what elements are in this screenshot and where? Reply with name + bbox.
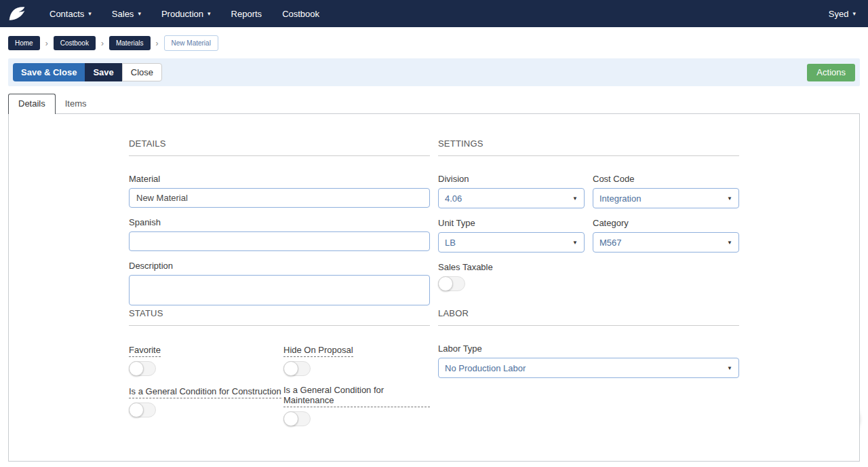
favorite-toggle[interactable] [129,361,156,376]
hide-on-proposal-label: Hide On Proposal [283,345,353,357]
status-toggles: Favorite Hide On Proposal Is a General C… [129,343,430,426]
category-value: M567 [599,238,622,248]
details-panel: DETAILS Material Spanish Description STA… [8,113,860,462]
labor-type-field: Labor Type No Production Labor ▼ [438,343,739,378]
gc-construction-field: Is a General Condition for Construction [129,385,283,426]
division-field: Division 4.06 ▼ [438,174,585,208]
labor-type-value: No Production Labor [445,363,526,373]
toggle-knob [129,361,144,376]
save-button-group: Save & Close Save Close [13,63,162,81]
details-section-heading: DETAILS [129,138,430,156]
material-label: Material [129,174,430,184]
nav-item-label: Sales [112,9,134,19]
hide-on-proposal-field: Hide On Proposal [283,343,430,376]
caret-down-icon: ▾ [88,10,92,17]
sales-taxable-toggle[interactable] [438,276,465,291]
chevron-down-icon: ▼ [572,195,578,202]
nav-item-sales[interactable]: Sales ▾ [102,0,151,27]
division-label: Division [438,174,585,184]
nav-item-label: Contacts [50,9,84,19]
gc-maintenance-field: Is a General Condition for Maintenance [283,385,430,426]
settings-section: SETTINGS Division 4.06 ▼ Cost Code Integ… [438,138,739,308]
labor-section-heading: LABOR [438,308,739,326]
breadcrumb: Home › Costbook › Materials › New Materi… [0,27,868,57]
gc-construction-label: Is a General Condition for Construction [129,386,281,398]
material-form: DETAILS Material Spanish Description STA… [129,138,739,426]
hide-on-proposal-toggle[interactable] [283,361,311,376]
settings-section-heading: SETTINGS [438,138,739,156]
caret-down-icon: ▾ [138,10,141,17]
spanish-input[interactable] [129,231,430,251]
sales-taxable-field: Sales Taxable [438,262,739,291]
description-label: Description [129,261,430,271]
tab-details[interactable]: Details [8,94,56,114]
labor-type-select[interactable]: No Production Labor ▼ [438,358,739,378]
action-toolbar: Save & Close Save Close Actions [8,58,860,86]
settings-row-1: Division 4.06 ▼ Cost Code Integration ▼ [438,174,739,208]
unit-type-label: Unit Type [438,218,585,228]
caret-down-icon: ▾ [208,10,211,17]
user-name: Syed [829,9,849,19]
material-field: Material [129,174,430,208]
toggle-knob [438,276,453,291]
breadcrumb-home[interactable]: Home [8,36,40,50]
unit-type-select[interactable]: LB ▼ [438,232,585,253]
toggle-knob [129,403,144,417]
close-button[interactable]: Close [122,63,162,81]
nav-item-production[interactable]: Production ▾ [151,0,221,27]
logo-swoosh [7,4,26,23]
breadcrumb-separator-icon: › [45,39,48,48]
spanish-field: Spanish [129,217,430,251]
form-right-column: SETTINGS Division 4.06 ▼ Cost Code Integ… [438,138,739,426]
favorite-field: Favorite [129,343,283,376]
settings-row-2: Unit Type LB ▼ Category M567 ▼ [438,218,739,253]
user-menu[interactable]: Syed ▾ [816,0,868,27]
labor-type-label: Labor Type [438,343,739,354]
toggle-knob [283,361,298,376]
details-section: DETAILS Material Spanish Description [129,138,430,308]
breadcrumb-new-material[interactable]: New Material [164,35,218,51]
cost-code-field: Cost Code Integration ▼ [593,174,739,208]
tab-bar: Details Items [8,94,860,114]
unit-type-value: LB [445,238,456,248]
description-field: Description [129,261,430,308]
cost-code-select[interactable]: Integration ▼ [593,188,739,208]
chevron-down-icon: ▼ [727,195,732,202]
tab-items[interactable]: Items [56,94,96,114]
gc-maintenance-label: Is a General Condition for Maintenance [283,385,430,407]
nav-item-label: Reports [231,9,262,19]
category-select[interactable]: M567 ▼ [593,232,739,253]
app-logo-icon[interactable] [7,3,27,24]
favorite-label: Favorite [129,345,161,357]
sales-taxable-label: Sales Taxable [438,262,739,272]
gc-maintenance-toggle[interactable] [283,411,311,426]
chevron-down-icon: ▼ [727,240,732,246]
status-section-heading: STATUS [129,308,430,326]
spanish-label: Spanish [129,217,430,227]
division-select[interactable]: 4.06 ▼ [438,188,585,208]
category-field: Category M567 ▼ [593,218,739,253]
nav-item-label: Production [161,9,203,19]
actions-button[interactable]: Actions [807,64,855,81]
nav-item-reports[interactable]: Reports [221,0,273,27]
unit-type-field: Unit Type LB ▼ [438,218,585,253]
material-input[interactable] [129,188,430,208]
nav-item-costbook[interactable]: Costbook [272,0,330,27]
gc-construction-toggle[interactable] [129,403,156,417]
form-left-column: DETAILS Material Spanish Description STA… [129,138,430,426]
nav-item-label: Costbook [282,9,319,19]
description-textarea[interactable] [129,275,430,305]
breadcrumb-materials[interactable]: Materials [109,36,151,50]
division-value: 4.06 [445,193,462,204]
save-button[interactable]: Save [85,63,121,81]
main-nav: Contacts ▾ Sales ▾ Production ▾ Reports … [39,0,330,27]
breadcrumb-costbook[interactable]: Costbook [54,36,96,50]
cost-code-label: Cost Code [593,174,739,184]
caret-down-icon: ▾ [852,10,856,17]
category-label: Category [593,218,739,228]
breadcrumb-separator-icon: › [156,39,159,48]
save-and-close-button[interactable]: Save & Close [13,63,85,81]
top-navigation: Contacts ▾ Sales ▾ Production ▾ Reports … [0,0,868,27]
toggle-knob [283,411,298,426]
nav-item-contacts[interactable]: Contacts ▾ [39,0,102,27]
